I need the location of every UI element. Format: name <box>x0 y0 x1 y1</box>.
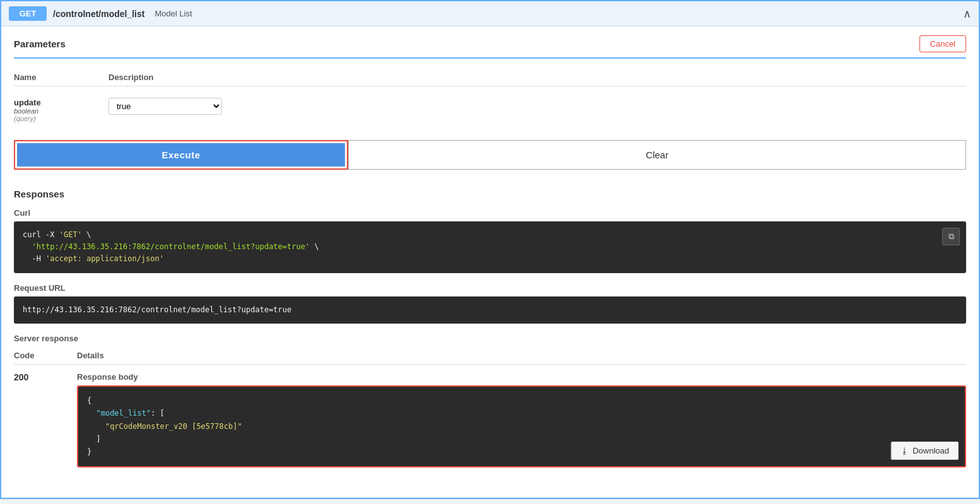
params-table: Name Description update boolean (query) … <box>14 69 966 127</box>
api-body: Parameters Cancel Name Description updat… <box>1 26 979 498</box>
request-url-section: Request URL http://43.136.35.216:7862/co… <box>14 283 966 324</box>
param-row: update boolean (query) true false <box>14 93 966 127</box>
download-icon: ⭳ <box>901 446 909 455</box>
param-value-select[interactable]: true false <box>108 98 222 115</box>
curl-copy-button[interactable]: ⧉ <box>942 228 960 245</box>
param-name: update <box>14 98 96 107</box>
clear-button[interactable]: Clear <box>348 140 966 170</box>
download-label: Download <box>913 446 949 455</box>
curl-label: Curl <box>14 208 966 218</box>
bottom-bar: ault/version controlnet.version.get ... <box>0 499 980 504</box>
request-url-label: Request URL <box>14 283 966 293</box>
param-type: boolean <box>14 107 96 115</box>
request-url-text: http://43.136.35.216:7862/controlnet/mod… <box>23 305 291 314</box>
curl-code-block: curl -X 'GET' \ 'http://43.136.35.216:78… <box>14 221 966 273</box>
api-header: GET /controlnet/model_list Model List ∧ <box>1 1 979 26</box>
col-code-header: Code <box>14 351 77 360</box>
sr-details: Response body { "model_list": [ "qrCodeM… <box>77 372 966 467</box>
col-desc-header: Description <box>108 73 154 82</box>
server-response-section: Server response Code Details 200 Respons… <box>14 334 966 475</box>
responses-title: Responses <box>14 182 966 208</box>
cancel-button[interactable]: Cancel <box>919 35 966 52</box>
parameters-title: Parameters <box>14 38 66 49</box>
api-path: /controlnet/model_list <box>53 9 144 19</box>
param-name-col: update boolean (query) <box>14 98 96 122</box>
request-url-block: http://43.136.35.216:7862/controlnet/mod… <box>14 296 966 324</box>
col-name-header: Name <box>14 73 96 82</box>
curl-section: Curl curl -X 'GET' \ 'http://43.136.35.2… <box>14 208 966 273</box>
buttons-row: Execute Clear <box>14 140 966 170</box>
api-title: Model List <box>155 9 192 18</box>
collapse-icon[interactable]: ∧ <box>963 7 971 21</box>
method-badge: GET <box>9 6 47 21</box>
responses-section: Responses Curl curl -X 'GET' \ 'http://4… <box>14 182 966 475</box>
params-table-header: Name Description <box>14 69 966 86</box>
response-body-json: { "model_list": [ "qrCodeMonster_v20 [5e… <box>87 396 242 457</box>
api-section: GET /controlnet/model_list Model List ∧ … <box>0 0 980 499</box>
execute-btn-wrapper: Execute <box>14 140 348 170</box>
response-code: 200 <box>14 372 77 382</box>
param-location: (query) <box>14 115 96 122</box>
sr-row: 200 Response body { "model_list": [ "qrC… <box>14 365 966 475</box>
download-button[interactable]: ⭳ Download <box>891 442 959 460</box>
param-value-col: true false <box>108 98 222 115</box>
execute-button[interactable]: Execute <box>17 143 345 167</box>
server-response-table: Code Details 200 Response body { "model_… <box>14 347 966 475</box>
server-response-label: Server response <box>14 334 966 343</box>
response-body-block: { "model_list": [ "qrCodeMonster_v20 [5e… <box>77 385 966 467</box>
col-details-header: Details <box>77 351 104 360</box>
curl-text: curl -X 'GET' \ 'http://43.136.35.216:78… <box>23 230 319 263</box>
parameters-section-header: Parameters Cancel <box>14 26 966 59</box>
response-body-label: Response body <box>77 372 966 382</box>
sr-header: Code Details <box>14 347 966 365</box>
